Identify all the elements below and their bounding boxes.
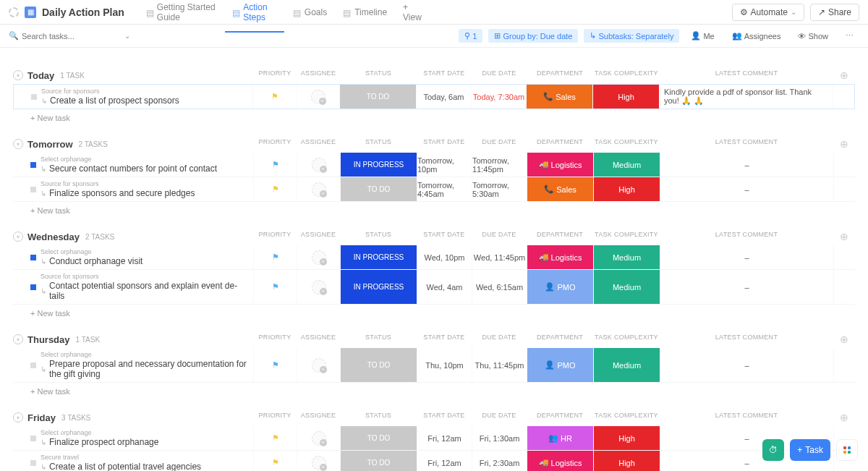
- col-comment[interactable]: LATEST COMMENT: [660, 334, 833, 345]
- group-toggle-icon[interactable]: ▾: [13, 139, 23, 149]
- start-date-cell[interactable]: Tomorrow, 4:45am: [417, 177, 472, 201]
- due-date-cell[interactable]: Fri, 2:30am: [472, 451, 527, 471]
- tab-action-steps[interactable]: ▤Action Steps: [225, 0, 284, 27]
- new-task-button[interactable]: + New task: [13, 202, 855, 215]
- col-comment[interactable]: LATEST COMMENT: [660, 138, 833, 150]
- due-date-cell[interactable]: Fri, 1:30am: [472, 426, 527, 450]
- group-toggle-icon[interactable]: ▾: [13, 412, 23, 423]
- start-date-cell[interactable]: Wed, 4am: [417, 270, 472, 304]
- department-cell[interactable]: 👤PMO: [527, 270, 593, 304]
- priority-cell[interactable]: ⚑: [253, 348, 297, 382]
- start-date-cell[interactable]: Fri, 12am: [417, 451, 472, 471]
- status-cell[interactable]: TO DO: [340, 426, 417, 450]
- due-date-cell[interactable]: Wed, 6:15am: [472, 270, 527, 304]
- col-assignee[interactable]: ASSIGNEE: [297, 231, 340, 242]
- col-comment[interactable]: LATEST COMMENT: [660, 231, 833, 242]
- status-cell[interactable]: IN PROGRESS: [340, 245, 417, 269]
- col-complex[interactable]: TASK COMPLEXITY: [593, 334, 660, 345]
- add-view-button[interactable]: + View: [396, 0, 430, 27]
- group-header[interactable]: ▾Wednesday2 TASKSPRIORITYASSIGNEESTATUSS…: [13, 228, 855, 245]
- col-dept[interactable]: DEPARTMENT: [527, 231, 593, 242]
- col-start[interactable]: START DATE: [417, 231, 472, 242]
- col-dept[interactable]: DEPARTMENT: [527, 138, 593, 150]
- col-assignee[interactable]: ASSIGNEE: [297, 412, 340, 423]
- col-dept[interactable]: DEPARTMENT: [527, 334, 593, 345]
- new-task-fab[interactable]: +Task: [790, 439, 830, 461]
- assignee-cell[interactable]: [297, 426, 340, 450]
- col-start[interactable]: START DATE: [417, 334, 472, 345]
- col-complex[interactable]: TASK COMPLEXITY: [593, 231, 660, 242]
- col-status[interactable]: STATUS: [340, 334, 417, 345]
- complexity-cell[interactable]: Medium: [593, 245, 660, 269]
- complexity-cell[interactable]: High: [593, 177, 660, 201]
- group-header[interactable]: ▾Tomorrow2 TASKSPRIORITYASSIGNEESTATUSST…: [13, 135, 855, 153]
- col-comment[interactable]: LATEST COMMENT: [660, 69, 833, 81]
- col-priority[interactable]: PRIORITY: [253, 412, 297, 423]
- search-chevron-icon[interactable]: ⌄: [124, 32, 130, 40]
- add-column-button[interactable]: ⊕: [833, 412, 855, 423]
- col-priority[interactable]: PRIORITY: [253, 69, 297, 81]
- status-cell[interactable]: TO DO: [340, 348, 417, 382]
- group-toggle-icon[interactable]: ▾: [13, 334, 23, 344]
- start-date-cell[interactable]: Today, 6am: [416, 85, 471, 109]
- assignee-cell[interactable]: [297, 245, 340, 269]
- assignee-cell[interactable]: [297, 153, 340, 177]
- col-due[interactable]: DUE DATE: [472, 334, 527, 345]
- col-assignee[interactable]: ASSIGNEE: [297, 334, 340, 345]
- group-header[interactable]: ▾Today1 TASKPRIORITYASSIGNEESTATUSSTART …: [13, 67, 855, 84]
- due-date-cell[interactable]: Thu, 11:45pm: [472, 348, 527, 382]
- apps-fab[interactable]: [836, 439, 858, 461]
- add-column-button[interactable]: ⊕: [833, 138, 855, 150]
- priority-cell[interactable]: ⚑: [253, 451, 297, 471]
- department-cell[interactable]: 🚚Logistics: [527, 153, 593, 177]
- comment-cell[interactable]: –: [660, 348, 833, 382]
- task-row[interactable]: Select orphanage↳Conduct orphanage visit…: [13, 245, 855, 270]
- col-comment[interactable]: LATEST COMMENT: [660, 412, 833, 423]
- assignee-cell[interactable]: [297, 348, 340, 382]
- task-main[interactable]: Secure travel↳Create a list of potential…: [13, 451, 253, 471]
- comment-cell[interactable]: Kindly provide a pdf of sponsor list. Th…: [659, 85, 833, 109]
- due-date-cell[interactable]: Wed, 11:45pm: [472, 245, 527, 269]
- complexity-cell[interactable]: Medium: [593, 270, 660, 304]
- comment-cell[interactable]: –: [660, 245, 833, 269]
- col-start[interactable]: START DATE: [417, 412, 472, 423]
- col-complex[interactable]: TASK COMPLEXITY: [593, 69, 660, 81]
- group-toggle-icon[interactable]: ▾: [13, 232, 23, 242]
- due-date-cell[interactable]: Tomorrow, 5:30am: [472, 177, 527, 201]
- groupby-pill[interactable]: ⊞ Group by: Due date: [488, 29, 578, 43]
- task-row[interactable]: Select orphanage↳Finalize prospect orpha…: [13, 426, 855, 451]
- new-task-button[interactable]: + New task: [13, 383, 855, 396]
- col-priority[interactable]: PRIORITY: [253, 334, 297, 345]
- search-wrap[interactable]: 🔍 ⌄: [9, 31, 453, 41]
- group-toggle-icon[interactable]: ▾: [13, 70, 23, 80]
- task-main[interactable]: Select orphanage↳Finalize prospect orpha…: [13, 426, 253, 450]
- task-main[interactable]: Select orphanage↳Prepare proposal and ne…: [13, 348, 253, 382]
- department-cell[interactable]: 🚚Logistics: [527, 245, 593, 269]
- subtasks-pill[interactable]: ↳ Subtasks: Separately: [584, 29, 679, 43]
- col-complex[interactable]: TASK COMPLEXITY: [593, 138, 660, 150]
- department-cell[interactable]: 👤PMO: [527, 348, 593, 382]
- col-due[interactable]: DUE DATE: [472, 138, 527, 150]
- assignee-cell[interactable]: [297, 451, 340, 471]
- add-column-button[interactable]: ⊕: [833, 69, 855, 81]
- assignee-cell[interactable]: [296, 85, 339, 109]
- tab-goals[interactable]: ▤Goals: [286, 0, 334, 27]
- priority-cell[interactable]: ⚑: [253, 177, 297, 201]
- start-date-cell[interactable]: Tomorrow, 10pm: [417, 153, 472, 177]
- group-header[interactable]: ▾Thursday1 TASKPRIORITYASSIGNEESTATUSSTA…: [13, 331, 855, 348]
- comment-cell[interactable]: –: [660, 270, 833, 304]
- task-row[interactable]: Source for sponsors↳Create a list of pro…: [13, 84, 855, 109]
- timer-fab[interactable]: ⏱: [762, 439, 784, 461]
- comment-cell[interactable]: –: [660, 177, 833, 201]
- task-row[interactable]: Secure travel↳Create a list of potential…: [13, 451, 855, 471]
- status-cell[interactable]: TO DO: [339, 85, 416, 109]
- col-due[interactable]: DUE DATE: [472, 69, 527, 81]
- new-task-button[interactable]: + New task: [13, 109, 855, 122]
- more-menu[interactable]: ⋯: [840, 29, 859, 43]
- col-status[interactable]: STATUS: [340, 69, 417, 81]
- add-column-button[interactable]: ⊕: [833, 334, 855, 345]
- col-due[interactable]: DUE DATE: [472, 231, 527, 242]
- assignee-cell[interactable]: [297, 270, 340, 304]
- status-cell[interactable]: TO DO: [340, 177, 417, 201]
- col-dept[interactable]: DEPARTMENT: [527, 69, 593, 81]
